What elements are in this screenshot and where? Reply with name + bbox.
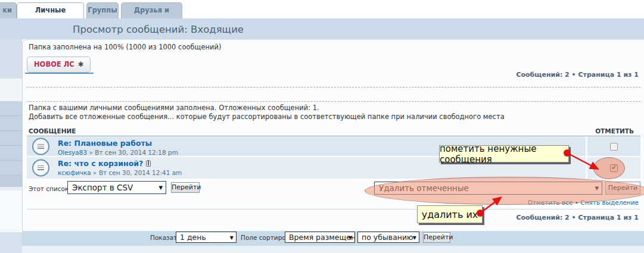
pagination-bottom: Сообщений: 2 • Страница 1 из 1 xyxy=(516,214,639,221)
asterisk-icon: ✱ xyxy=(78,60,84,68)
author-date-separator: » xyxy=(89,149,92,156)
attachment-icon xyxy=(146,160,151,167)
private-messages-page: ки Личные сообщения Группы Друзья и недр… xyxy=(0,0,644,253)
section-divider xyxy=(27,209,640,210)
author-date-separator: » xyxy=(93,169,97,176)
sort-field-select[interactable]: Время размещения xyxy=(285,232,355,243)
table-header-rule xyxy=(27,136,640,136)
new-pm-label: НОВОЕ ЛС xyxy=(34,60,74,68)
dashed-divider xyxy=(27,87,640,88)
pagination-top: Сообщений: 2 • Страница 1 из 1 xyxy=(516,71,639,79)
message-title-link[interactable]: Re: Плановые работы xyxy=(58,139,178,148)
sidebar-folder-item xyxy=(0,176,22,187)
queued-messages-notice: Добавить все отложенные сообщения... кот… xyxy=(29,113,505,121)
message-title-link[interactable]: Re: что с корзиной? xyxy=(58,159,182,168)
author-link[interactable]: Olesya83 xyxy=(58,149,87,156)
new-pm-button[interactable]: НОВОЕ ЛС✱ xyxy=(27,57,91,73)
footer-go-button[interactable]: Перейти xyxy=(423,232,450,243)
column-header-mark: ОТМЕТИТЬ xyxy=(595,127,634,135)
pm-message-icon xyxy=(32,160,49,177)
dashed-divider xyxy=(27,101,640,102)
sidebar-strip xyxy=(0,232,22,253)
sidebar-panel xyxy=(0,190,22,232)
export-go-button[interactable]: Перейти xyxy=(171,182,200,193)
pm-message-icon xyxy=(32,138,49,155)
tab-friends-foes[interactable]: Друзья и недруги xyxy=(121,2,182,18)
annotation-mark-messages: пометить ненужные сообщения xyxy=(439,145,569,163)
page-title: Просмотр сообщений: Входящие xyxy=(73,24,244,35)
message-date: Вт сен 30, 2014 12:41 am xyxy=(99,169,182,176)
folder-quota-text: Папка заполнена на 100% (1000 из 1000 со… xyxy=(29,43,221,51)
sidebar-strip xyxy=(0,39,22,79)
highlight-ellipse-checkbox xyxy=(593,157,625,179)
column-header-message: СООБЩЕНИЕ xyxy=(29,127,76,135)
message-date: Вт сен 30, 2014 12:18 pm xyxy=(95,149,178,156)
bottom-strip xyxy=(22,246,644,253)
sort-direction-select[interactable]: по убыванию xyxy=(357,232,419,243)
display-period-select[interactable]: 1 день xyxy=(176,232,237,243)
mark-cell xyxy=(586,137,640,156)
sidebar-strip xyxy=(0,79,22,101)
folder-usage-bar xyxy=(25,73,94,74)
export-select[interactable]: Экспорт в CSV xyxy=(67,181,166,194)
tab-groups[interactable]: Группы xyxy=(86,2,119,18)
tab-private-messages[interactable]: Личные сообщения xyxy=(17,2,84,18)
annotation-delete: удалить их xyxy=(417,205,483,223)
highlight-ellipse-delete xyxy=(365,177,644,205)
list-actions-label: Этот список: xyxy=(29,185,71,192)
sidebar-folder-list xyxy=(0,101,22,176)
mark-checkbox[interactable] xyxy=(610,143,618,151)
author-link[interactable]: ксюфичка xyxy=(58,169,91,176)
tab-settings-partial[interactable]: ки xyxy=(0,2,17,18)
folder-full-notice: Папка с вашими личными сообщениями запол… xyxy=(29,104,319,112)
